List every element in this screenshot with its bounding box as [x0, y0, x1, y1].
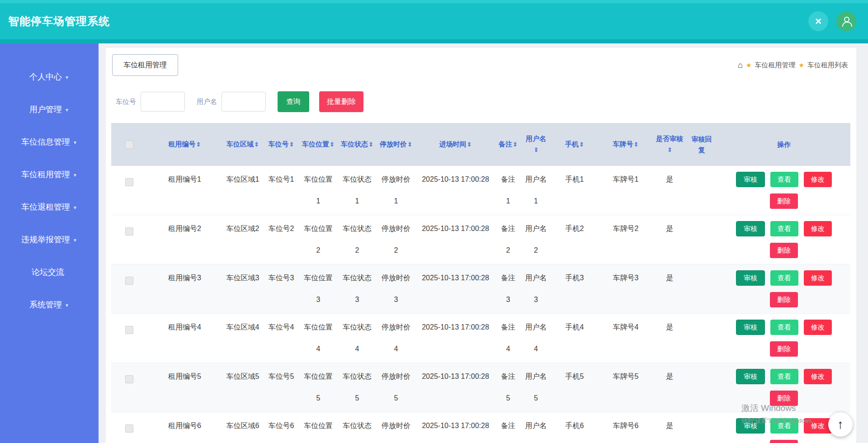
delete-button[interactable]: 删除 [770, 440, 798, 443]
view-button[interactable]: 查看 [770, 320, 798, 335]
search-toolbar: 车位号 用户名 查询 批量删除 [111, 91, 852, 112]
edit-button[interactable]: 修改 [804, 320, 832, 335]
cell-audited: 是 [653, 363, 686, 412]
user-profile-button[interactable] [836, 11, 856, 31]
cell-area: 车位区域1 [222, 166, 264, 215]
row-checkbox[interactable] [125, 424, 133, 433]
table-row: 租用编号4 车位区域4 车位号4 车位位置4 车位状态4 停放时价4 2025-… [111, 314, 850, 363]
cell-checkbox [111, 314, 147, 363]
audit-button[interactable]: 审核 [736, 369, 765, 384]
spot-number-input[interactable] [141, 92, 185, 112]
breadcrumb-item-rental-list[interactable]: 车位租用列表 [807, 61, 848, 70]
cell-plate: 车牌号2 [598, 215, 653, 264]
sidebar-item-violation-report-management[interactable]: 违规举报管理 ▼ [0, 223, 99, 256]
col-header-area[interactable]: 车位区域⇕ [222, 123, 264, 166]
select-all-checkbox[interactable] [125, 141, 133, 149]
breadcrumb-item-rental-management[interactable]: 车位租用管理 [755, 61, 795, 70]
col-header-spot-number[interactable]: 车位号⇕ [264, 123, 299, 166]
cell-remark: 备注2 [495, 215, 521, 264]
view-button[interactable]: 查看 [770, 270, 798, 286]
sidebar-item-user-management[interactable]: 用户管理 ▼ [0, 93, 99, 126]
cell-enter-time: 2025-10-13 17:00:28 [415, 363, 495, 412]
sidebar-item-label: 论坛交流 [32, 267, 64, 278]
sort-icon: ⇕ [407, 141, 412, 148]
delete-button[interactable]: 删除 [770, 292, 798, 307]
app-window: 智能停车场管理系统 × 个人中心 ▼ 用户管理 ▼ 车位信息管理 ▼ [0, 0, 868, 443]
home-icon[interactable]: ⌂ [738, 61, 743, 70]
cell-username: 用户名3 [521, 264, 551, 314]
username-input[interactable] [222, 92, 266, 112]
edit-button[interactable]: 修改 [804, 172, 832, 187]
col-header-enter-time[interactable]: 进场时间⇕ [415, 123, 495, 166]
cell-area: 车位区域6 [222, 412, 264, 443]
row-checkbox[interactable] [125, 277, 133, 285]
sidebar-item-label: 车位租用管理 [21, 169, 70, 180]
col-header-remark[interactable]: 备注⇕ [495, 123, 521, 166]
cell-enter-time: 2025-10-13 17:00:28 [415, 166, 495, 215]
col-header-audited[interactable]: 是否审核⇕ [653, 123, 686, 166]
col-header-plate[interactable]: 车牌号⇕ [598, 123, 653, 166]
audit-button[interactable]: 审核 [736, 270, 765, 286]
sidebar-item-label: 用户管理 [29, 104, 62, 115]
sort-icon: ⇕ [634, 141, 639, 148]
row-checkbox[interactable] [125, 326, 133, 334]
cell-audited: 是 [653, 215, 686, 264]
delete-button[interactable]: 删除 [770, 341, 798, 357]
sidebar-item-parking-termination-management[interactable]: 车位退租管理 ▼ [0, 191, 99, 223]
sidebar-item-personal-center[interactable]: 个人中心 ▼ [0, 61, 99, 93]
cell-price: 停放时价3 [377, 264, 415, 314]
cell-area: 车位区域3 [222, 264, 264, 314]
cell-status: 车位状态5 [338, 363, 377, 412]
audit-button[interactable]: 审核 [736, 320, 765, 335]
audit-button[interactable]: 审核 [736, 221, 765, 236]
row-checkbox[interactable] [125, 375, 133, 383]
row-checkbox[interactable] [125, 227, 133, 236]
col-header-username[interactable]: 用户名⇕ [521, 123, 551, 166]
audit-button[interactable]: 审核 [736, 172, 765, 187]
tab-parking-rental-management[interactable]: 车位租用管理 [112, 54, 178, 76]
delete-button[interactable]: 删除 [770, 243, 798, 258]
batch-delete-button[interactable]: 批量删除 [319, 91, 363, 112]
sort-icon: ⇕ [513, 141, 518, 148]
col-header-status[interactable]: 车位状态⇕ [338, 123, 377, 166]
view-button[interactable]: 查看 [770, 172, 798, 187]
col-header-audit-reply: 审核回复 [686, 123, 717, 166]
row-checkbox[interactable] [125, 178, 133, 186]
cell-audited: 是 [653, 166, 686, 215]
view-button[interactable]: 查看 [770, 369, 798, 384]
cell-price: 停放时价6 [377, 412, 415, 443]
cell-spot-number: 车位号2 [264, 215, 299, 264]
cell-username: 用户名5 [521, 363, 551, 412]
sidebar-item-forum[interactable]: 论坛交流 [0, 256, 99, 288]
cell-phone: 手机6 [551, 412, 598, 443]
sidebar-item-system-management[interactable]: 系统管理 ▼ [0, 288, 99, 321]
col-header-phone[interactable]: 手机⇕ [551, 123, 598, 166]
sort-icon: ⇕ [330, 141, 335, 148]
col-header-price[interactable]: 停放时价⇕ [377, 123, 415, 166]
cell-position: 车位位置4 [299, 314, 338, 363]
view-button[interactable]: 查看 [770, 221, 798, 236]
table-header-row: 租用编号⇕ 车位区域⇕ 车位号⇕ 车位位置⇕ 车位状态⇕ 停放时价⇕ 进场时间⇕… [111, 123, 850, 166]
cell-enter-time: 2025-10-13 17:00:28 [415, 314, 495, 363]
col-header-rent-id[interactable]: 租用编号⇕ [147, 123, 222, 166]
cell-spot-number: 车位号6 [264, 412, 299, 443]
sidebar-item-label: 违规举报管理 [21, 234, 70, 245]
cell-remark: 备注6 [495, 412, 521, 443]
cell-price: 停放时价5 [377, 363, 415, 412]
edit-button[interactable]: 修改 [804, 221, 832, 236]
edit-button[interactable]: 修改 [804, 369, 832, 384]
chevron-down-icon: ▼ [65, 303, 69, 308]
fullscreen-button[interactable]: × [808, 11, 828, 31]
sidebar-item-parking-rental-management[interactable]: 车位租用管理 ▼ [0, 158, 99, 191]
scroll-to-top-button[interactable]: ↑ [828, 412, 853, 437]
cell-status: 车位状态4 [338, 314, 377, 363]
cell-plate: 车牌号5 [598, 363, 653, 412]
cell-price: 停放时价4 [377, 314, 415, 363]
sidebar-item-parking-info-management[interactable]: 车位信息管理 ▼ [0, 126, 99, 158]
sort-icon: ⇕ [534, 146, 539, 153]
col-header-position[interactable]: 车位位置⇕ [299, 123, 338, 166]
delete-button[interactable]: 删除 [770, 193, 798, 209]
edit-button[interactable]: 修改 [804, 270, 832, 286]
cell-actions: 审核 查看 修改 删除 [717, 264, 850, 314]
query-button[interactable]: 查询 [278, 91, 309, 112]
